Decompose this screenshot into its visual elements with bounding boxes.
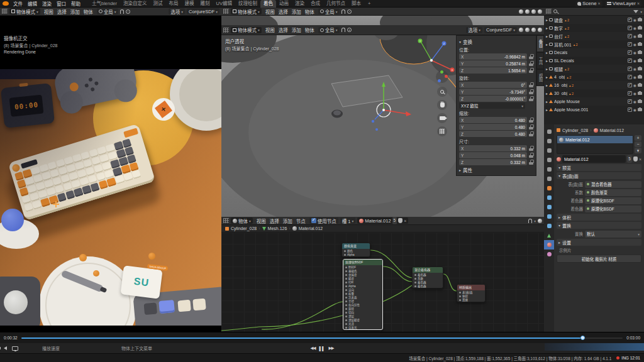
lock-icon[interactable] — [529, 118, 533, 123]
editor-type-icon[interactable] — [546, 9, 552, 14]
material-shading-icon[interactable] — [531, 9, 536, 14]
search-icon[interactable] — [553, 9, 557, 13]
texture-tab[interactable] — [544, 250, 554, 259]
unlink-scene-icon[interactable] — [598, 1, 601, 6]
speaker-icon[interactable] — [4, 346, 7, 350]
slot-menu-button[interactable]: ▾ — [635, 148, 641, 153]
lock-icon[interactable] — [529, 61, 533, 66]
expand-icon[interactable] — [546, 91, 548, 96]
modifier-tab[interactable] — [544, 193, 554, 202]
item-name[interactable]: 16_obj — [554, 83, 567, 87]
camera-view-icon[interactable] — [437, 113, 447, 123]
topbar-menu[interactable]: 窗口 — [54, 0, 69, 7]
breadcrumb-object[interactable]: Cylinder_028 — [231, 226, 257, 231]
init-decal-material-button[interactable]: 初始化 裁剪片 材质 — [557, 255, 641, 263]
unlink-viewlayer-icon[interactable] — [637, 1, 640, 6]
expand-icon[interactable] — [546, 58, 548, 63]
viewport-menu[interactable]: 选择 — [277, 8, 290, 15]
item-name[interactable]: 数字 — [554, 25, 563, 31]
shader-menu[interactable]: 视图 — [255, 217, 268, 224]
hide-render-icon[interactable] — [638, 59, 642, 62]
hide-viewport-icon[interactable] — [633, 58, 636, 63]
lock-icon[interactable] — [529, 153, 533, 158]
slot-dropdown[interactable]: 槽 1 — [340, 217, 356, 224]
expand-icon[interactable] — [546, 18, 548, 22]
overlays-icon[interactable] — [538, 219, 542, 223]
checkbox-icon[interactable] — [628, 75, 632, 79]
proportional-edit-icon[interactable] — [347, 28, 352, 32]
workspace-tab[interactable]: 泡染自定义 — [120, 0, 150, 8]
breadcrumb-mesh[interactable]: Mesh.126 — [268, 226, 287, 231]
viewport-menu[interactable]: 物体 — [303, 26, 316, 33]
pause-button[interactable] — [319, 346, 325, 351]
property-value-button[interactable]: 颜色渐变 — [585, 189, 641, 196]
node-colorramp[interactable]: 颜色渐变 颜色Alpha — [341, 243, 370, 257]
location-field[interactable]: Z1.5654 m — [459, 67, 527, 74]
hide-viewport-icon[interactable] — [633, 18, 636, 22]
workspace-tab[interactable]: 布局 — [166, 0, 182, 8]
item-name[interactable]: 4_obj — [554, 75, 565, 79]
outliner-row[interactable]: 键盘 2 — [544, 16, 644, 24]
material-slot[interactable]: Material.012 — [557, 136, 633, 143]
viewport-menu[interactable]: 物体 — [82, 8, 95, 15]
material-shading-icon[interactable] — [531, 28, 536, 32]
checkbox-icon[interactable] — [628, 58, 632, 63]
hide-render-icon[interactable] — [638, 75, 642, 79]
expand-icon[interactable] — [546, 50, 548, 55]
sidebar-tab[interactable]: 条目 — [536, 35, 544, 52]
filter-icon[interactable] — [633, 10, 638, 13]
property-value-button[interactable]: 原理化BSDF — [585, 197, 641, 204]
proportional-edit-icon[interactable] — [347, 9, 352, 14]
hide-render-icon[interactable] — [638, 51, 642, 54]
workspace-tab[interactable]: 动画 — [276, 0, 292, 8]
lock-icon[interactable] — [529, 160, 533, 165]
hide-render-icon[interactable] — [638, 108, 642, 111]
expand-icon[interactable] — [546, 42, 548, 47]
render-tab[interactable] — [544, 136, 554, 146]
viewport-menu[interactable]: 选择 — [55, 8, 69, 15]
item-name[interactable]: Decals — [554, 50, 567, 55]
hide-viewport-icon[interactable] — [633, 26, 636, 30]
material-slot-list[interactable]: Material.012 — [557, 135, 633, 154]
rotation-field[interactable]: X0° — [459, 82, 527, 88]
snap-magnet-icon[interactable] — [528, 219, 532, 223]
timeline-track[interactable] — [21, 337, 623, 339]
workspace-tab[interactable]: 土气blender — [89, 0, 120, 8]
outliner-row[interactable]: 16_obj 2 — [544, 81, 644, 89]
node-title[interactable]: 材质输出 — [457, 285, 485, 290]
workspace-tab[interactable]: 脚本 — [348, 0, 364, 8]
lock-icon[interactable] — [529, 82, 533, 87]
wireframe-shading-icon[interactable] — [519, 9, 523, 14]
outliner-row[interactable]: SL Decals — [544, 57, 644, 65]
hide-render-icon[interactable] — [638, 100, 642, 103]
outliner-row[interactable]: Apple Mouse — [544, 97, 644, 106]
blender-menu-icon[interactable] — [3, 1, 9, 6]
rotation-field[interactable]: Y-9.7349° — [459, 89, 527, 95]
options-dropdown[interactable]: 选项 — [466, 27, 482, 33]
shader-type-dropdown[interactable]: 物体 — [231, 217, 253, 224]
forward-button[interactable] — [329, 346, 334, 351]
material-name-field[interactable]: Material.012 — [562, 155, 626, 163]
rendered-shading-icon[interactable] — [538, 28, 542, 32]
solid-shading-icon[interactable] — [525, 9, 530, 14]
properties-subpanel-header[interactable]: 属性 — [459, 166, 533, 173]
options-dropdown[interactable]: 选项 — [169, 8, 185, 14]
orbit-gizmo[interactable] — [436, 70, 448, 83]
expand-icon[interactable] — [546, 99, 548, 104]
item-name[interactable]: Apple Mouse.001 — [554, 107, 588, 112]
lock-icon[interactable] — [529, 68, 533, 73]
rotation-mode-dropdown[interactable]: XYZ 欧拉 — [459, 102, 525, 109]
scene-selector[interactable]: Scene — [575, 1, 602, 7]
expand-icon[interactable] — [546, 75, 548, 79]
remove-slot-button[interactable]: − — [635, 141, 641, 147]
hide-viewport-icon[interactable] — [633, 99, 636, 104]
item-name[interactable]: 框腿 — [554, 66, 563, 72]
add-slot-button[interactable]: + — [635, 135, 641, 141]
main-3d-viewport[interactable]: Y Z X 用户透视 (8) 场景集合 | Cylinder_028 — [221, 35, 544, 217]
workspace-tab[interactable]: 纹理绘制 — [235, 0, 260, 8]
editor-type-icon[interactable] — [223, 218, 229, 223]
snap-magnet-icon[interactable] — [341, 9, 345, 14]
item-name[interactable]: Apple Mouse — [554, 99, 580, 104]
checkbox-icon[interactable] — [628, 26, 632, 30]
workspace-tab[interactable]: UV编辑 — [213, 0, 235, 8]
